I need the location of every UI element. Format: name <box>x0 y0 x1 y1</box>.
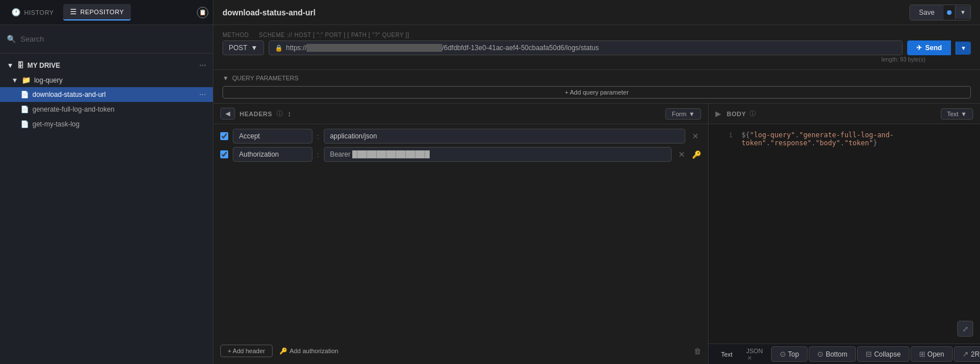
headers-info-icon[interactable]: ⓘ <box>277 109 283 118</box>
tab-history[interactable]: 🕐 HISTORY <box>5 5 61 20</box>
collapse-label: Collapse <box>874 350 901 358</box>
top-button[interactable]: ⊙ Top <box>771 346 808 362</box>
bottom-tab-text-label: Text <box>721 351 732 358</box>
repository-icon: ☰ <box>70 7 77 16</box>
query-params-label: QUERY PARAMETERS <box>232 75 299 81</box>
bottom-tab-text[interactable]: Text <box>715 349 738 360</box>
history-icon: 🕐 <box>11 8 21 17</box>
table-row: : ✕ 🔑 <box>220 147 701 162</box>
file-icon: 📄 <box>20 105 29 113</box>
line-number-1: 1 <box>715 131 732 139</box>
save-button[interactable]: Save <box>910 5 944 20</box>
chevron-down-icon: ▼ <box>223 75 229 81</box>
file-item-get-my-task-log[interactable]: 📄 get-my-task-log ⋯ <box>0 117 213 132</box>
bottom-tab-json[interactable]: JSON ✕ <box>740 345 768 363</box>
expand-icon[interactable]: ▶ <box>715 109 721 118</box>
folder-icon: 📁 <box>22 76 31 84</box>
bottom-tab-json-label: JSON <box>746 347 763 354</box>
save-dropdown-button[interactable]: ▼ <box>955 6 970 19</box>
file-label: download-status-and-url <box>32 91 106 99</box>
2request-icon: ↗ <box>962 350 969 358</box>
header-remove-2[interactable]: ✕ <box>676 149 687 160</box>
request-area: METHOD SCHEME :// HOST [ ":" PORT ] [ PA… <box>213 25 980 70</box>
add-query-param-button[interactable]: + Add query parameter <box>223 86 971 99</box>
body-toolbar: ▶ BODY ⓘ Text ▼ <box>709 104 980 124</box>
url-bar[interactable]: 🔒 https://████████████████████████████/6… <box>269 40 903 55</box>
folder-label: log-query <box>34 76 63 84</box>
sidebar-search-bar: 🔍 <box>0 25 213 54</box>
open-button[interactable]: ⊞ Open <box>911 346 953 362</box>
bottom-icon: ⊙ <box>817 350 823 358</box>
file-label: generate-full-log-and-token <box>32 105 114 113</box>
file-item-download-status-and-url[interactable]: 📄 download-status-and-url ⋯ <box>0 87 213 102</box>
header-checkbox-1[interactable] <box>220 132 228 140</box>
bottom-scroll-button[interactable]: ⊙ Bottom <box>809 346 856 362</box>
add-auth-label: Add authorization <box>290 347 339 354</box>
fullscreen-button[interactable]: ⤢ <box>957 321 973 337</box>
headers-toolbar: ◀ HEADERS ⓘ ↕ Form ▼ <box>213 104 708 124</box>
folder-log-query[interactable]: ▼ 📁 log-query ⋯ <box>0 73 213 87</box>
clear-headers-button[interactable]: 🗑 <box>694 347 701 355</box>
text-format-label: Text <box>947 111 958 117</box>
2request-button[interactable]: ↗ 2Request <box>954 346 980 362</box>
tab-repository[interactable]: ☰ REPOSITORY <box>63 4 131 21</box>
bottom-tab-json-close[interactable]: ✕ <box>747 355 752 361</box>
headers-table: : ✕ : ✕ 🔑 <box>213 124 708 342</box>
file-item-generate-full-log-and-token[interactable]: 📄 generate-full-log-and-token ⋯ <box>0 102 213 117</box>
drive-icon: 🗄 <box>17 62 24 69</box>
table-row: : ✕ <box>220 129 701 144</box>
send-dropdown-button[interactable]: ▼ <box>956 42 971 55</box>
drive-menu-icon[interactable]: ⋯ <box>199 62 206 69</box>
code-line-1: 1 ${"log-query"."generate-full-log-and-t… <box>709 131 980 147</box>
2request-label: 2Request <box>971 350 980 358</box>
method-label: METHOD <box>223 32 257 38</box>
my-drive-header[interactable]: ▼ 🗄 MY DRIVE ⋯ <box>0 58 213 73</box>
header-key-2[interactable] <box>233 147 312 162</box>
url-text: https://████████████████████████████/6df… <box>286 44 599 52</box>
url-length: length: 93 byte(s) <box>223 56 971 63</box>
form-dropdown-icon: ▼ <box>689 111 695 117</box>
search-icon: 🔍 <box>7 35 16 43</box>
open-label: Open <box>928 350 944 358</box>
url-label: SCHEME :// HOST [ ":" PORT ] [ PATH [ "?… <box>259 32 971 38</box>
send-label: Send <box>925 44 942 52</box>
tab-badge[interactable]: 📋 <box>197 7 208 18</box>
key-icon[interactable]: 🔑 <box>692 150 701 159</box>
header-key-1[interactable] <box>233 129 312 144</box>
send-icon: ✈ <box>916 44 922 52</box>
collapse-left-button[interactable]: ◀ <box>220 108 235 120</box>
sidebar: 🕐 HISTORY ☰ REPOSITORY 📋 🔍 ▼ 🗄 MY DRIVE … <box>0 0 213 364</box>
split-area: ◀ HEADERS ⓘ ↕ Form ▼ : ✕ <box>213 103 980 364</box>
file-icon: 📄 <box>20 91 29 99</box>
bottom-bar: Text JSON ✕ ⊙ Top ⊙ Bottom ⊟ <box>709 343 980 364</box>
header-remove-1[interactable]: ✕ <box>690 130 701 142</box>
collapse-button[interactable]: ⊟ Collapse <box>857 346 909 362</box>
header-checkbox-2[interactable] <box>220 150 228 158</box>
body-label: BODY <box>727 111 746 117</box>
save-btn-group: Save ▼ <box>909 5 971 21</box>
send-button[interactable]: ✈ Send <box>907 40 951 55</box>
file-icon: 📄 <box>20 120 29 128</box>
sidebar-tabs: 🕐 HISTORY ☰ REPOSITORY 📋 <box>0 0 213 25</box>
query-params-row[interactable]: ▼ QUERY PARAMETERS <box>213 70 980 86</box>
search-input[interactable] <box>20 35 206 43</box>
file-menu-icon[interactable]: ⋯ <box>199 91 206 99</box>
main-panel: download-status-and-url Save ▼ METHOD SC… <box>213 0 980 364</box>
header-value-1[interactable] <box>324 129 685 144</box>
sidebar-content: ▼ 🗄 MY DRIVE ⋯ ▼ 📁 log-query ⋯ 📄 downloa… <box>0 54 213 364</box>
file-label: get-my-task-log <box>32 120 80 128</box>
method-select[interactable]: POST ▼ <box>223 40 264 55</box>
body-info-icon[interactable]: ⓘ <box>750 109 756 118</box>
body-panel: ▶ BODY ⓘ Text ▼ 1 ${"log-query"."generat… <box>709 104 980 364</box>
form-button[interactable]: Form ▼ <box>665 108 701 120</box>
header-value-2[interactable] <box>324 147 672 162</box>
add-header-row: + Add header 🔑 Add authorization 🗑 <box>213 342 708 364</box>
add-authorization-button[interactable]: 🔑 Add authorization <box>279 347 339 355</box>
add-header-button[interactable]: + Add header <box>220 345 273 357</box>
bottom-actions: ⊙ Top ⊙ Bottom ⊟ Collapse ⊞ Open <box>771 346 980 362</box>
page-title: download-status-and-url <box>223 8 903 17</box>
headers-label: HEADERS <box>240 111 272 117</box>
top-icon: ⊙ <box>780 350 786 358</box>
text-format-button[interactable]: Text ▼ <box>941 108 973 120</box>
sort-icon[interactable]: ↕ <box>287 109 291 118</box>
